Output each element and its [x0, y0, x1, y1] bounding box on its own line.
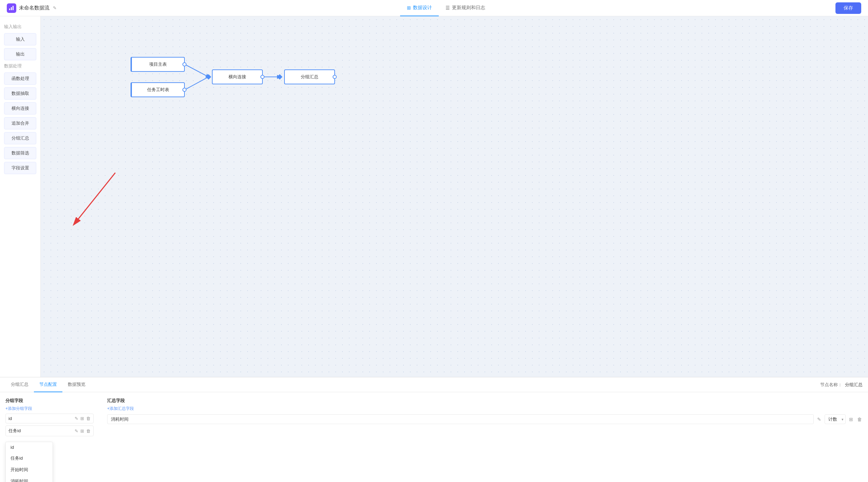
- svg-rect-2: [13, 6, 14, 10]
- group-field-id-label: id: [8, 416, 12, 421]
- grid-icon-id[interactable]: ⊞: [80, 416, 84, 421]
- summary-fields-section: 汇总字段 +添加汇总字段 ✎ 计数 ⊞ 🗑: [107, 398, 863, 477]
- node-join-label: 横向连接: [229, 74, 246, 80]
- sidebar-item-filter[interactable]: 数据筛选: [4, 147, 36, 159]
- summary-field-row-0: ✎ 计数 ⊞ 🗑: [107, 414, 863, 424]
- workspace: 输入输出 输入 输出 数据处理 函数处理 数据抽取 横向连接 追加合并 分组汇总…: [0, 16, 868, 377]
- node-project-table[interactable]: 项目主表: [131, 57, 185, 72]
- node-group-port-right: [333, 75, 337, 79]
- node-project-table-port-right: [182, 62, 186, 66]
- group-field-taskid[interactable]: 任务id ✎ ⊞ 🗑: [5, 425, 94, 436]
- group-field-taskid-label: 任务id: [8, 428, 21, 434]
- summary-field-edit-icon-0[interactable]: ✎: [816, 416, 822, 423]
- app-logo: [7, 3, 16, 13]
- delete-icon-id[interactable]: 🗑: [86, 416, 91, 421]
- dropdown-item-0[interactable]: id: [6, 442, 53, 453]
- tab-data-design[interactable]: ⊞ 数据设计: [400, 0, 439, 16]
- header-tabs: ⊞ 数据设计 ☰ 更新规则和日志: [400, 0, 492, 16]
- sidebar-item-join[interactable]: 横向连接: [4, 102, 36, 114]
- summary-field-input-0[interactable]: [107, 414, 814, 424]
- bottom-tabs: 分组汇总 节点配置 数据预览 节点名称： 分组汇总: [0, 377, 868, 392]
- svg-marker-7: [277, 74, 282, 80]
- app-title: 未命名数据流: [19, 5, 50, 11]
- node-join[interactable]: 横向连接: [212, 69, 263, 84]
- node-name-area: 节点名称： 分组汇总: [820, 382, 863, 388]
- group-field-id-actions: ✎ ⊞ 🗑: [75, 416, 91, 421]
- svg-line-4: [185, 77, 209, 90]
- svg-rect-1: [11, 7, 12, 10]
- summary-field-grid-icon-0[interactable]: ⊞: [848, 416, 854, 423]
- svg-line-3: [185, 64, 209, 77]
- node-group[interactable]: 分组汇总: [284, 69, 335, 84]
- group-field-taskid-actions: ✎ ⊞ 🗑: [75, 428, 91, 434]
- tab-update-rules[interactable]: ☰ 更新规则和日志: [439, 0, 492, 16]
- dropdown-item-2[interactable]: 开始时间: [6, 464, 53, 476]
- edit-icon-id[interactable]: ✎: [75, 416, 78, 421]
- node-name-value: 分组汇总: [845, 382, 863, 388]
- node-task-table[interactable]: 任务工时表: [131, 82, 185, 97]
- node-task-table-port-right: [182, 88, 186, 92]
- sidebar-item-func[interactable]: 函数处理: [4, 72, 36, 85]
- header-left: 未命名数据流 ✎: [7, 3, 57, 13]
- sidebar: 输入输出 输入 输出 数据处理 函数处理 数据抽取 横向连接 追加合并 分组汇总…: [0, 16, 41, 377]
- dropdown-item-1[interactable]: 任务id: [6, 453, 53, 464]
- tab-node-config[interactable]: 节点配置: [34, 377, 62, 392]
- sidebar-item-append[interactable]: 追加合并: [4, 117, 36, 129]
- sidebar-item-group[interactable]: 分组汇总: [4, 132, 36, 144]
- tab-update-rules-label: 更新规则和日志: [452, 5, 485, 11]
- summary-field-select-wrapper: 计数: [825, 414, 846, 424]
- node-name-label: 节点名称：: [820, 382, 842, 388]
- edit-icon-taskid[interactable]: ✎: [75, 428, 78, 434]
- update-rules-icon: ☰: [446, 5, 450, 11]
- section-title-processing: 数据处理: [4, 63, 36, 69]
- sidebar-item-output[interactable]: 输出: [4, 48, 36, 60]
- dropdown-item-3[interactable]: 消耗时间: [6, 476, 53, 482]
- add-group-field-link[interactable]: +添加分组字段: [5, 406, 94, 412]
- node-group-label: 分组汇总: [301, 74, 318, 80]
- summary-fields-title: 汇总字段: [107, 398, 863, 404]
- header: 未命名数据流 ✎ ⊞ 数据设计 ☰ 更新规则和日志 保存: [0, 0, 868, 16]
- tab-data-design-label: 数据设计: [413, 5, 432, 11]
- tab-data-preview[interactable]: 数据预览: [62, 377, 91, 392]
- delete-icon-taskid[interactable]: 🗑: [86, 428, 91, 434]
- svg-marker-6: [206, 74, 211, 80]
- canvas[interactable]: 项目主表 任务工时表 横向连接 分组汇总: [41, 16, 868, 377]
- sidebar-item-input[interactable]: 输入: [4, 33, 36, 45]
- tab-group-summary[interactable]: 分组汇总: [5, 377, 34, 392]
- section-title-io: 输入输出: [4, 24, 36, 30]
- group-fields-section: 分组字段 +添加分组字段 id ✎ ⊞ 🗑 任务id ✎ ⊞ 🗑: [5, 398, 94, 477]
- grid-icon-taskid[interactable]: ⊞: [80, 428, 84, 434]
- sidebar-item-extract[interactable]: 数据抽取: [4, 87, 36, 100]
- dropdown-list: id 任务id 开始时间 消耗时间 工作内容 创建者id 更新人 创建时间 更新…: [5, 442, 53, 482]
- add-summary-field-link[interactable]: +添加汇总字段: [107, 406, 863, 412]
- data-design-icon: ⊞: [407, 5, 411, 11]
- summary-field-delete-icon-0[interactable]: 🗑: [856, 416, 863, 423]
- node-task-table-label: 任务工时表: [147, 87, 169, 93]
- node-join-port-right: [260, 75, 264, 79]
- group-field-id[interactable]: id ✎ ⊞ 🗑: [5, 414, 94, 423]
- node-project-table-label: 项目主表: [149, 61, 167, 67]
- summary-aggregate-select[interactable]: 计数: [825, 414, 846, 424]
- group-fields-title: 分组字段: [5, 398, 94, 404]
- sidebar-item-fields[interactable]: 字段设置: [4, 162, 36, 174]
- bottom-panel: 分组汇总 节点配置 数据预览 节点名称： 分组汇总 分组字段 +添加分组字段 i…: [0, 377, 868, 482]
- save-button[interactable]: 保存: [835, 2, 861, 14]
- edit-icon[interactable]: ✎: [53, 5, 57, 11]
- bottom-content: 分组字段 +添加分组字段 id ✎ ⊞ 🗑 任务id ✎ ⊞ 🗑: [0, 392, 868, 482]
- svg-rect-0: [9, 8, 10, 10]
- main-layout: 输入输出 输入 输出 数据处理 函数处理 数据抽取 横向连接 追加合并 分组汇总…: [0, 16, 868, 482]
